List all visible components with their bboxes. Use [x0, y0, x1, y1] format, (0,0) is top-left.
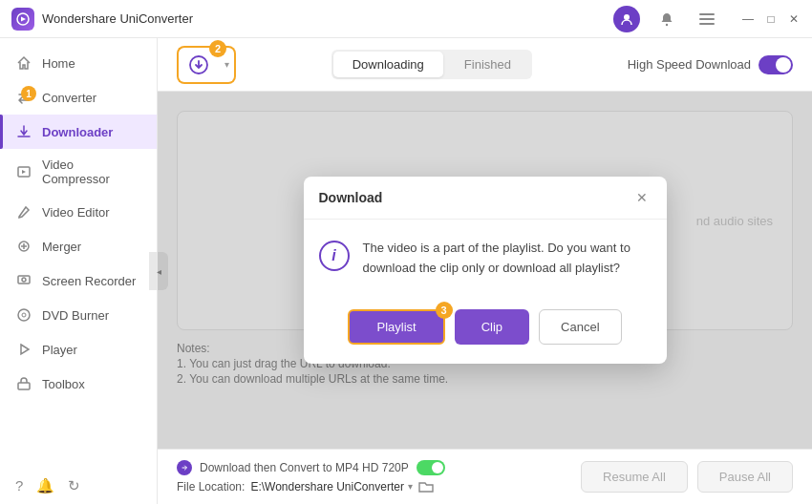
merger-icon — [15, 238, 32, 255]
sidebar-item-video-compressor[interactable]: Video Compressor — [0, 149, 157, 195]
sidebar-item-player[interactable]: Player — [0, 332, 157, 367]
file-location-label: File Location: — [177, 480, 245, 494]
sidebar-item-downloader[interactable]: Downloader — [0, 115, 157, 149]
app-logo — [11, 8, 34, 31]
sidebar-bottom: ? 🔔 ↻ — [0, 477, 157, 494]
svg-rect-5 — [699, 23, 715, 25]
main-content: nd audio sites Notes: 1. You can just dr… — [158, 92, 812, 449]
video-compressor-icon — [15, 163, 32, 180]
bell-icon[interactable] — [653, 6, 680, 32]
file-path-select[interactable]: E:\Wondershare UniConverter ▾ — [250, 480, 413, 494]
info-icon: i — [319, 241, 350, 271]
modal-close-button[interactable]: ✕ — [632, 188, 652, 207]
modal-footer: Playlist 3 Clip Cancel — [304, 298, 667, 364]
tab-group: Downloading Finished — [331, 50, 532, 79]
bottom-right: Resume All Pause All — [581, 461, 793, 493]
sidebar-label-converter: Converter — [42, 91, 96, 105]
step-3-badge: 3 — [436, 302, 453, 319]
playlist-button[interactable]: Playlist — [348, 309, 444, 345]
title-bar-controls: — □ ✕ — [613, 6, 801, 32]
modal-title: Download — [319, 190, 383, 205]
chevron-down-icon: ▾ — [224, 59, 229, 70]
svg-rect-8 — [18, 276, 30, 284]
sidebar-label-video-editor: Video Editor — [42, 205, 110, 220]
clip-button[interactable]: Clip — [455, 309, 529, 345]
resume-all-button[interactable]: Resume All — [581, 461, 688, 493]
sidebar-item-merger[interactable]: Merger — [0, 229, 157, 263]
home-icon — [15, 54, 32, 72]
downloader-icon — [15, 123, 32, 140]
pause-all-button[interactable]: Pause All — [697, 461, 793, 493]
file-path-text: E:\Wondershare UniConverter — [250, 480, 404, 494]
help-icon[interactable]: ? — [15, 477, 23, 494]
file-location-row: File Location: E:\Wondershare UniConvert… — [177, 479, 445, 494]
tab-downloading[interactable]: Downloading — [333, 52, 443, 77]
svg-point-11 — [22, 313, 26, 317]
download-icon-button[interactable]: 2 — [177, 46, 219, 84]
sidebar-label-toolbox: Toolbox — [42, 377, 85, 391]
sidebar-label-downloader: Downloader — [42, 125, 113, 139]
sidebar-item-converter[interactable]: Converter 1 — [0, 80, 157, 115]
player-icon — [15, 341, 32, 358]
toolbox-icon — [15, 375, 32, 392]
refresh-icon[interactable]: ↻ — [68, 477, 80, 494]
main-layout: Home Converter 1 Downloader — [0, 38, 812, 504]
sidebar-item-home[interactable]: Home — [0, 46, 157, 80]
folder-icon[interactable] — [418, 479, 434, 494]
title-bar-left: Wondershare UniConverter — [11, 8, 193, 31]
dvd-burner-icon — [15, 306, 32, 324]
cancel-button[interactable]: Cancel — [539, 309, 621, 345]
sidebar-label-player: Player — [42, 343, 77, 357]
bottom-left: Download then Convert to MP4 HD 720P Fil… — [177, 460, 445, 494]
sidebar-label-home: Home — [42, 56, 75, 71]
sidebar-item-dvd-burner[interactable]: DVD Burner — [0, 298, 157, 332]
menu-icon[interactable] — [694, 6, 720, 32]
download-dialog: Download ✕ i The video is a part of the … — [304, 177, 667, 364]
content-header: 2 ▾ Downloading Finished High Speed Down… — [158, 38, 812, 92]
bottom-bar: Download then Convert to MP4 HD 720P Fil… — [158, 449, 812, 504]
svg-rect-3 — [699, 13, 715, 15]
user-icon[interactable] — [613, 6, 640, 32]
svg-point-10 — [18, 309, 30, 321]
tab-finished[interactable]: Finished — [445, 52, 530, 77]
minimize-button[interactable]: — — [741, 12, 755, 26]
convert-toggle[interactable] — [417, 460, 445, 475]
svg-point-2 — [666, 23, 668, 25]
content-area: 2 ▾ Downloading Finished High Speed Down… — [158, 38, 812, 504]
file-path-chevron: ▾ — [408, 481, 413, 492]
sidebar-item-screen-recorder[interactable]: Screen Recorder — [0, 263, 157, 298]
convert-icon — [177, 460, 192, 475]
title-bar: Wondershare UniConverter — □ ✕ — [0, 0, 812, 38]
download-btn-area: 2 ▾ — [177, 46, 236, 84]
sidebar-label-video-compressor: Video Compressor — [42, 158, 141, 186]
playlist-btn-wrapper: Playlist 3 — [348, 309, 444, 345]
modal-body: i The video is a part of the playlist. D… — [304, 220, 667, 298]
sidebar-item-video-editor[interactable]: Video Editor — [0, 195, 157, 229]
download-btn-badge: 2 — [209, 40, 226, 57]
high-speed-toggle[interactable] — [759, 55, 793, 74]
app-title: Wondershare UniConverter — [42, 11, 193, 26]
sidebar-label-screen-recorder: Screen Recorder — [42, 274, 136, 288]
convert-row: Download then Convert to MP4 HD 720P — [177, 460, 445, 475]
modal-header: Download ✕ — [304, 177, 667, 220]
sidebar-label-merger: Merger — [42, 240, 81, 254]
maximize-button[interactable]: □ — [764, 12, 778, 26]
sidebar: Home Converter 1 Downloader — [0, 38, 158, 504]
svg-point-9 — [22, 278, 26, 282]
notification-icon[interactable]: 🔔 — [36, 477, 54, 494]
sidebar-item-toolbox[interactable]: Toolbox — [0, 367, 157, 401]
window-controls: — □ ✕ — [741, 12, 801, 26]
svg-rect-12 — [18, 383, 30, 389]
high-speed-toggle-area: High Speed Download — [628, 55, 793, 74]
converter-badge: 1 — [21, 86, 36, 101]
svg-rect-4 — [699, 18, 715, 20]
screen-recorder-icon — [15, 272, 32, 289]
modal-overlay: Download ✕ i The video is a part of the … — [158, 92, 812, 449]
video-editor-icon — [15, 203, 32, 220]
convert-label: Download then Convert to MP4 HD 720P — [200, 461, 409, 474]
modal-message: The video is a part of the playlist. Do … — [363, 239, 652, 279]
svg-point-1 — [624, 14, 630, 20]
close-button[interactable]: ✕ — [787, 12, 801, 26]
sidebar-label-dvd-burner: DVD Burner — [42, 308, 109, 323]
high-speed-label: High Speed Download — [628, 57, 751, 72]
